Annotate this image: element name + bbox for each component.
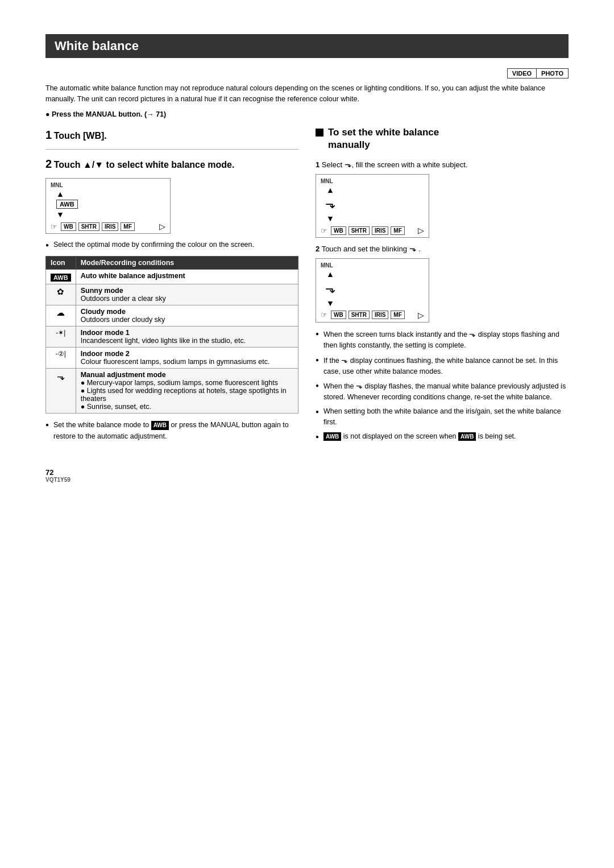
table-row: ☁ Cloudy mode Outdoors under cloudy sky xyxy=(46,305,298,326)
step1-divider xyxy=(45,149,298,150)
manual-button-note: ● Press the MANUAL button. (→ 71) xyxy=(45,110,569,118)
cam-btn-shtr: SHTR xyxy=(78,222,99,231)
awb-restore-note: Set the white balance mode to AWB or pre… xyxy=(45,419,298,442)
right-bullet-4: When setting both the white balance and … xyxy=(316,406,569,428)
mode-label-cloudy: Cloudy mode xyxy=(81,308,126,316)
cam-up-arrow-r2: ▲ xyxy=(326,270,424,279)
cam-btn-wb-r2: WB xyxy=(331,311,346,319)
awb-badge: AWB xyxy=(51,274,71,282)
substep1-icon: ⬎ xyxy=(345,159,352,169)
step1-row: 1 Touch [WB]. xyxy=(45,126,298,143)
substep2-row: 2 Touch and set the blinking ⬎ . xyxy=(316,243,569,254)
step2-row: 2 Touch ▲/▼ to select white balance mode… xyxy=(45,155,298,172)
cam-wb-icon-r2: ⬎ xyxy=(325,282,424,296)
table-mode-indoor1: Indoor mode 1 Incandescent light, video … xyxy=(76,326,298,347)
cam-btn-mf-r2: MF xyxy=(391,311,404,319)
cam-bottom-row-r1: ☞ WB SHTR IRIS MF ▷ xyxy=(321,226,424,235)
mode-detail-indoor2: Colour fluorescent lamps, sodium lamps i… xyxy=(81,358,270,366)
right-bullet-1: When the screen turns black instantly an… xyxy=(316,328,569,351)
substep1-text: Select ⬎, fill the screen with a white s… xyxy=(322,160,468,169)
cam-record-icon-r1: ☞ xyxy=(321,226,327,235)
cam-btn-shtr-r1: SHTR xyxy=(349,226,370,235)
table-header-icon: Icon xyxy=(46,256,76,269)
table-header-mode: Mode/Recording conditions xyxy=(76,256,298,269)
select-mode-note: Select the optimal mode by confirming th… xyxy=(45,239,298,250)
right-column: To set the white balance manually 1 Sele… xyxy=(316,126,569,445)
cam-screen-right1: MNL ▲ ⬎ ▼ ☞ WB SHTR IRIS MF ▷ xyxy=(316,174,429,238)
section-heading-text: To set the white balance manually xyxy=(328,126,439,151)
table-row: ⬎ Manual adjustment mode ● Mercury-vapor… xyxy=(46,368,298,413)
mode-label-awb: Auto white balance adjustment xyxy=(81,272,185,280)
left-column: 1 Touch [WB]. 2 Touch ▲/▼ to select whit… xyxy=(45,126,298,445)
page-title: White balance xyxy=(45,34,569,58)
cam-bottom-row-r2: ☞ WB SHTR IRIS MF ▷ xyxy=(321,311,424,320)
step1-label: Touch [WB]. xyxy=(54,131,107,140)
awb-badge-right2: AWB xyxy=(458,432,476,441)
model-number: VQT1Y59 xyxy=(45,477,569,483)
cam-right-arrow-r2: ▷ xyxy=(418,311,424,320)
video-badge: VIDEO xyxy=(508,69,537,78)
wb-modes-table: Icon Mode/Recording conditions AWB Auto … xyxy=(45,256,298,414)
cam-btn-mf: MF xyxy=(121,222,134,231)
right-bullet-2: If the ⬎ display continues flashing, the… xyxy=(316,354,569,377)
step2-number: 2 xyxy=(45,158,52,170)
section-heading: To set the white balance manually xyxy=(316,126,569,151)
awb-inline-badge: AWB xyxy=(151,421,169,430)
cam-up-arrow-r1: ▲ xyxy=(326,185,424,195)
cam-awb-display: AWB xyxy=(56,200,78,209)
cam-btn-iris: IRIS xyxy=(102,222,118,231)
cam-btn-iris-r1: IRIS xyxy=(372,226,388,235)
substep1-row: 1 Select ⬎, fill the screen with a white… xyxy=(316,159,569,170)
cam-btn-mf-r1: MF xyxy=(391,226,404,235)
cam-mnl-label: MNL xyxy=(51,182,165,188)
right-bullet-5: AWB is not displayed on the screen when … xyxy=(316,431,569,442)
cam-btn-wb: WB xyxy=(61,222,76,231)
cam-btn-shtr-r2: SHTR xyxy=(349,311,370,319)
mode-label-indoor1: Indoor mode 1 xyxy=(81,329,130,337)
page-number: 72 xyxy=(45,468,53,477)
cam-down-arrow-r1: ▼ xyxy=(326,214,424,224)
table-icon-indoor2: -②| xyxy=(46,347,76,368)
substep2-icon: ⬎ xyxy=(409,243,417,253)
table-mode-indoor2: Indoor mode 2 Colour fluorescent lamps, … xyxy=(76,347,298,368)
table-mode-manual: Manual adjustment mode ● Mercury-vapor l… xyxy=(76,368,298,413)
intro-paragraph: The automatic white balance function may… xyxy=(45,83,569,105)
cam-screen-right2: MNL ▲ ⬎ ▼ ☞ WB SHTR IRIS MF ▷ xyxy=(316,258,429,323)
table-row: -✶| Indoor mode 1 Incandescent light, vi… xyxy=(46,326,298,347)
cam-record-icon-r2: ☞ xyxy=(321,311,327,319)
mode-label-sunny: Sunny mode xyxy=(81,287,123,295)
cam-bottom-row: ☞ WB SHTR IRIS MF ▷ xyxy=(51,222,165,231)
mode-detail-sunny: Outdoors under a clear sky xyxy=(81,295,166,303)
mode-label-indoor2: Indoor mode 2 xyxy=(81,350,130,358)
cam-screen-left: MNL ▲ AWB ▼ ☞ WB SHTR IRIS MF ▷ xyxy=(45,178,171,234)
mode-detail-indoor1: Incandescent light, video lights like in… xyxy=(81,337,246,345)
table-icon-cloudy: ☁ xyxy=(46,305,76,326)
cam-btn-wb-r1: WB xyxy=(331,226,346,235)
table-icon-awb: AWB xyxy=(46,269,76,284)
video-photo-badge: VIDEO PHOTO xyxy=(45,68,569,78)
cam-right-arrow: ▷ xyxy=(159,222,165,231)
table-mode-awb: Auto white balance adjustment xyxy=(76,269,298,284)
step1-number: 1 xyxy=(45,129,52,141)
substep1-number: 1 xyxy=(316,160,320,169)
substep2-number: 2 xyxy=(316,245,320,253)
table-icon-manual: ⬎ xyxy=(46,368,76,413)
mode-detail-cloudy: Outdoors under cloudy sky xyxy=(81,316,165,324)
table-mode-cloudy: Cloudy mode Outdoors under cloudy sky xyxy=(76,305,298,326)
right-bullet-3: When the ⬎ display flashes, the manual w… xyxy=(316,380,569,403)
cam-wb-icon-r1: ⬎ xyxy=(325,197,424,212)
cam-mnl-r1: MNL xyxy=(321,178,424,184)
table-icon-indoor1: -✶| xyxy=(46,326,76,347)
cam-btn-iris-r2: IRIS xyxy=(372,311,388,319)
cam-right-arrow-r1: ▷ xyxy=(418,226,424,235)
table-mode-sunny: Sunny mode Outdoors under a clear sky xyxy=(76,284,298,305)
cam-down-arrow: ▼ xyxy=(56,210,165,220)
cam-down-arrow-r2: ▼ xyxy=(326,299,424,308)
page-footer: 72 VQT1Y59 xyxy=(45,468,569,483)
black-square-icon xyxy=(316,129,323,137)
cam-up-arrow: ▲ xyxy=(56,189,165,199)
step2-label: Touch ▲/▼ to select white balance mode. xyxy=(54,160,235,170)
photo-badge: PHOTO xyxy=(537,69,568,78)
table-row: ✿ Sunny mode Outdoors under a clear sky xyxy=(46,284,298,305)
cam-mnl-r2: MNL xyxy=(321,262,424,268)
